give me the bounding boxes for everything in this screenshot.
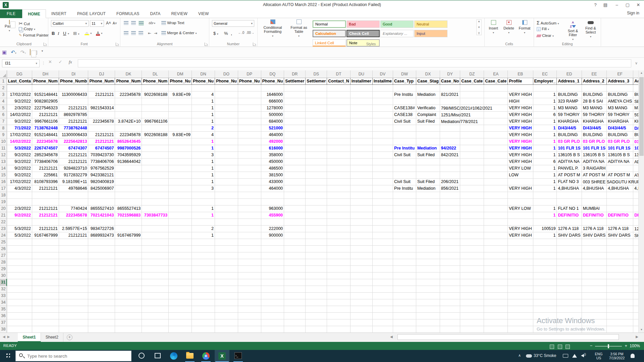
cell-DI16[interactable]: 9.18109E+11 bbox=[59, 178, 88, 185]
cell-DP1[interactable]: Phone_Nu bbox=[238, 78, 261, 84]
cell-DS12[interactable] bbox=[306, 152, 327, 158]
cell-DR33[interactable] bbox=[284, 292, 306, 299]
cell-DK1[interactable]: Phone_Num bbox=[115, 78, 142, 84]
cell-DG30[interactable] bbox=[7, 272, 32, 279]
task-view-button[interactable] bbox=[150, 350, 165, 362]
cell-DH5[interactable]: 2227546323 bbox=[32, 105, 59, 111]
align-center-button[interactable] bbox=[131, 31, 136, 35]
cell-DG7[interactable]: 9/2/2022 bbox=[7, 118, 32, 125]
number-dialog-launcher-icon[interactable]: ↘ bbox=[253, 43, 256, 46]
cell-DT32[interactable] bbox=[327, 286, 351, 292]
cell-DU8[interactable] bbox=[350, 125, 372, 131]
cell-DX2[interactable] bbox=[416, 84, 440, 91]
cell-DW25[interactable] bbox=[393, 239, 416, 245]
cell-DZ12[interactable] bbox=[460, 152, 484, 158]
cell-DI9[interactable]: 11300006433 bbox=[59, 131, 88, 138]
cell-ED11[interactable]: 101 FLR 1S bbox=[557, 145, 582, 152]
cell-EC10[interactable]: 1 bbox=[533, 138, 557, 145]
cell-DL10[interactable] bbox=[142, 138, 169, 145]
name-box[interactable]: I31▾ bbox=[2, 59, 40, 67]
cell-EA1[interactable]: Case_Cate bbox=[484, 78, 508, 84]
cell-DU24[interactable] bbox=[350, 232, 372, 239]
cell-DW29[interactable] bbox=[393, 265, 416, 272]
cell-ED36[interactable] bbox=[557, 312, 582, 319]
cell-EA30[interactable] bbox=[484, 272, 508, 279]
cell-DG20[interactable]: 2/3/2022 bbox=[7, 205, 32, 212]
cell-DR2[interactable] bbox=[284, 84, 306, 91]
cell-DU10[interactable] bbox=[350, 138, 372, 145]
cell-DG2[interactable] bbox=[7, 84, 32, 91]
cell-DI29[interactable] bbox=[59, 265, 88, 272]
cell-DI7[interactable]: 21212121 bbox=[59, 118, 88, 125]
cell-DU38[interactable] bbox=[350, 326, 372, 333]
cell-DW17[interactable]: Pre Institu bbox=[393, 185, 416, 192]
cell-DK4[interactable] bbox=[115, 98, 142, 105]
cell-DI35[interactable] bbox=[59, 306, 88, 312]
cell-DW28[interactable] bbox=[393, 259, 416, 265]
cell-DQ21[interactable]: 455900 bbox=[261, 212, 284, 219]
cell-EF33[interactable] bbox=[607, 292, 633, 299]
cell-DS19[interactable] bbox=[306, 198, 327, 205]
cell-DM24[interactable] bbox=[169, 232, 192, 239]
col-header-DV[interactable]: DV bbox=[372, 70, 393, 78]
cell-DU20[interactable] bbox=[350, 205, 372, 212]
cell-DV7[interactable] bbox=[372, 118, 393, 125]
cell-EC5[interactable]: 1 bbox=[533, 105, 557, 111]
cell-DG35[interactable] bbox=[7, 306, 32, 312]
row-header-10[interactable]: 10 bbox=[0, 138, 7, 145]
clear-button[interactable]: Clear ▾ bbox=[537, 34, 554, 38]
cell-DN5[interactable]: 1 bbox=[192, 105, 215, 111]
cell-EB28[interactable] bbox=[508, 259, 533, 265]
cell-DU17[interactable] bbox=[350, 185, 372, 192]
cell-DK35[interactable] bbox=[115, 306, 142, 312]
cell-DI11[interactable]: 67474307 bbox=[59, 145, 88, 152]
cell-DI37[interactable] bbox=[59, 319, 88, 326]
help-icon[interactable]: ? bbox=[590, 0, 600, 10]
cell-EG23[interactable]: 1276 A 118 GURUD bbox=[633, 225, 638, 232]
percent-style-button[interactable]: % bbox=[224, 31, 228, 36]
cell-DW20[interactable] bbox=[393, 205, 416, 212]
cell-DU31[interactable] bbox=[350, 279, 372, 286]
cell-DV21[interactable] bbox=[372, 212, 393, 219]
cell-DT4[interactable] bbox=[327, 98, 351, 105]
cell-DN27[interactable] bbox=[192, 252, 215, 259]
cell-ED32[interactable] bbox=[557, 286, 582, 292]
cell-EC23[interactable]: 100519 bbox=[533, 225, 557, 232]
cell-DM30[interactable] bbox=[169, 272, 192, 279]
cell-DH2[interactable] bbox=[32, 84, 59, 91]
cell-DT15[interactable] bbox=[327, 172, 351, 178]
cell-DM9[interactable]: 9.83E+09 bbox=[169, 131, 192, 138]
cell-DP9[interactable] bbox=[238, 131, 261, 138]
cell-EA26[interactable] bbox=[484, 245, 508, 252]
cell-DX1[interactable]: Case_Stag bbox=[416, 78, 440, 84]
cell-DQ23[interactable]: 222000 bbox=[261, 225, 284, 232]
cell-DR20[interactable] bbox=[284, 205, 306, 212]
cell-DP31[interactable] bbox=[238, 279, 261, 286]
cell-DI3[interactable]: 11300006433 bbox=[59, 91, 88, 98]
cell-EC22[interactable] bbox=[533, 219, 557, 225]
cell-style-check-cell[interactable]: Check Cell bbox=[346, 30, 380, 37]
bottom-align-button[interactable] bbox=[139, 21, 144, 25]
cell-DX13[interactable] bbox=[416, 158, 440, 165]
cell-EF18[interactable] bbox=[607, 192, 633, 198]
cell-DL4[interactable] bbox=[142, 98, 169, 105]
cell-DL15[interactable] bbox=[142, 172, 169, 178]
cell-DS2[interactable] bbox=[306, 84, 327, 91]
cell-DS28[interactable] bbox=[306, 259, 327, 265]
cell-DQ9[interactable]: 464000 bbox=[261, 131, 284, 138]
cell-DU29[interactable] bbox=[350, 265, 372, 272]
cell-DZ35[interactable] bbox=[460, 306, 484, 312]
cell-EF20[interactable] bbox=[607, 205, 633, 212]
row-header-13[interactable]: 13 bbox=[0, 158, 7, 165]
cell-EA15[interactable] bbox=[484, 172, 508, 178]
cell-DM17[interactable] bbox=[169, 185, 192, 192]
cell-DJ2[interactable] bbox=[88, 84, 115, 91]
cell-DG22[interactable] bbox=[7, 219, 32, 225]
cell-EE38[interactable] bbox=[582, 326, 606, 333]
cell-EA23[interactable] bbox=[484, 225, 508, 232]
cell-DM16[interactable] bbox=[169, 178, 192, 185]
cell-DS4[interactable] bbox=[306, 98, 327, 105]
cell-DI12[interactable]: 21212121 bbox=[59, 152, 88, 158]
cell-DY21[interactable] bbox=[440, 212, 460, 219]
cell-EA17[interactable] bbox=[484, 185, 508, 192]
